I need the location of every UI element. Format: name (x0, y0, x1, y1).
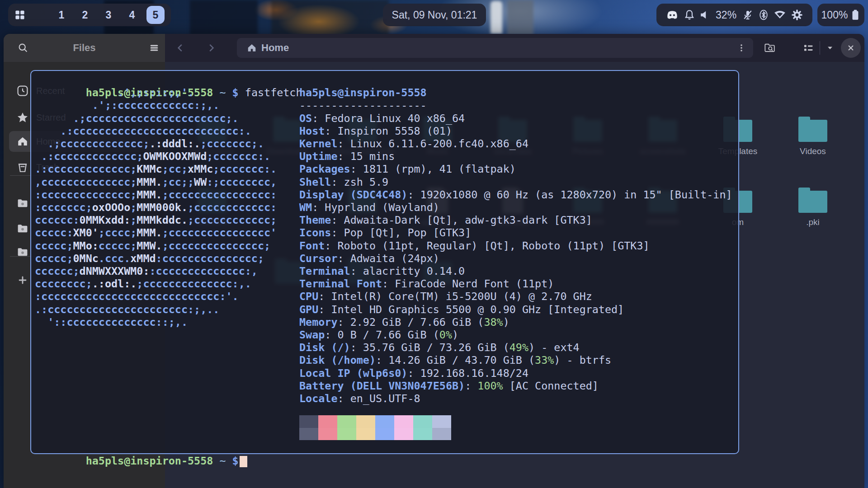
folder-item-Videos[interactable]: Videos (781, 117, 844, 156)
prompt-symbol: $ (232, 455, 239, 467)
fetch-line: Packages: 1811 (rpm), 41 (flatpak) (299, 163, 732, 175)
fetch-line: -------------------- (299, 99, 732, 112)
palette-swatch (356, 415, 375, 428)
palette-swatch (299, 428, 318, 441)
desktop: 12345 Sat, 09 Nov, 01:21 32% 100% (0, 0, 868, 488)
terminal-prompt-line-2: ha5pls@inspiron-5558 ~ $ (35, 442, 247, 480)
workspace-1[interactable]: 1 (52, 6, 71, 24)
notification-bell-icon[interactable] (684, 9, 695, 21)
palette-swatch (413, 415, 432, 428)
fetch-line: Disk (/): 35.76 GiB / 73.26 GiB (49%) - … (299, 341, 732, 354)
palette-swatch (299, 415, 318, 428)
fetch-line: Icons: Pop [Qt], Pop [GTK3] (299, 226, 732, 239)
bluetooth-icon[interactable] (758, 9, 769, 20)
path-location-label: Home (261, 42, 289, 54)
battery-icon (850, 9, 860, 21)
fetch-line: Kernel: Linux 6.11.6-200.fc40.x86_64 (299, 137, 732, 150)
workspaces: 12345 (52, 6, 165, 24)
home-icon (247, 43, 257, 53)
fetch-line: Theme: Adwaita-Dark [Qt], adw-gtk3-dark … (299, 214, 732, 226)
fetch-line: ha5pls@inspiron-5558 (299, 86, 732, 99)
fetch-line: WM: Hyprland (Wayland) (299, 201, 732, 214)
fetch-line: CPU: Intel(R) Core(TM) i5-5200U (4) @ 2.… (299, 290, 732, 303)
palette-swatch (413, 428, 432, 441)
topbar-tray-pill: 32% (656, 4, 812, 26)
palette-swatch (394, 428, 413, 441)
files-sidebar-header: Files (4, 34, 165, 62)
wallpaper-structure (271, 0, 389, 35)
fedora-ascii-logo: .',;::::;,'. .';:cccccccccccc:;,. .;cccc… (35, 86, 277, 328)
wallpaper-tower-silhouette (190, 0, 258, 35)
topbar-battery-pill[interactable]: 100% (817, 4, 864, 26)
workspace-4[interactable]: 4 (123, 6, 141, 24)
view-list-icon[interactable] (798, 34, 818, 62)
palette-swatch (318, 428, 337, 441)
view-toggle-divider (820, 41, 820, 55)
terminal-cursor (240, 456, 247, 467)
fetch-line: Host: Inspiron 5558 (01) (299, 125, 732, 137)
palette-swatch (337, 415, 356, 428)
prompt-path: ~ (219, 455, 226, 467)
view-dropdown-chevron-icon[interactable] (821, 34, 839, 62)
wallpaper-rocket (491, 1, 502, 34)
terminal-color-palette (299, 415, 451, 440)
palette-swatch (318, 415, 337, 428)
workspace-5[interactable]: 5 (146, 6, 165, 24)
discord-icon[interactable] (666, 9, 679, 21)
fetch-line: Disk (/home): 14.26 GiB / 43.70 GiB (33%… (299, 354, 732, 366)
clock-label: Sat, 09 Nov, 01:21 (392, 9, 477, 21)
file-item-label: Videos (800, 146, 826, 156)
palette-swatch (432, 428, 451, 441)
prompt-user-host: ha5pls@inspiron-5558 (86, 455, 213, 467)
topbar-workspaces-pill: 12345 (8, 4, 171, 26)
volume-icon[interactable] (700, 10, 710, 20)
nav-back-icon[interactable] (170, 34, 191, 62)
fetch-line: Uptime: 15 mins (299, 150, 732, 163)
fetch-line: Memory: 2.92 GiB / 7.66 GiB (38%) (299, 316, 732, 328)
wifi-icon[interactable] (774, 9, 786, 21)
fetch-line: Terminal Font: FiraCode Nerd Font (11pt) (299, 277, 732, 290)
kebab-menu-icon[interactable] (737, 43, 746, 52)
palette-swatch (432, 415, 451, 428)
file-item-label: .pki (806, 217, 820, 227)
workspace-3[interactable]: 3 (99, 6, 118, 24)
folder-icon (798, 188, 827, 213)
palette-swatch (337, 428, 356, 441)
palette-swatch (356, 428, 375, 441)
terminal-window[interactable]: ha5pls@inspiron-5558 ~ $ fastfetch .',;:… (30, 70, 739, 454)
wallpaper-launch-tower (507, 0, 533, 35)
fetch-line: Display (SDC4C48): 868x488 @ 60 Hz (as… (299, 188, 732, 201)
palette-swatch (394, 415, 413, 428)
fetch-line: Local IP (wlp6s0): 192.168.16.148/24 (299, 367, 732, 380)
topbar-clock-pill[interactable]: Sat, 09 Nov, 01:21 (383, 4, 486, 26)
fetch-line: Font: Roboto (11pt, Regular) [Qt], Robot… (299, 239, 732, 252)
nav-forward-icon[interactable] (201, 34, 222, 62)
fetch-line: GPU: Intel HD Graphics 5500 @ 0.90 GHz [… (299, 303, 732, 316)
fetch-line: Locale: en_US.UTF-8 (299, 392, 732, 405)
settings-gear-icon[interactable] (791, 9, 803, 21)
fetch-line: Shell: zsh 5.9 (299, 176, 732, 188)
fetch-line: OS: Fedora Linux 40 x86_64 (299, 112, 732, 125)
fetch-line: Cursor: Adwaita (24px) (299, 252, 732, 265)
fastfetch-info: ha5pls@inspiron-5558--------------------… (299, 86, 732, 405)
fetch-line: Terminal: alacritty 0.14.0 (299, 265, 732, 277)
window-close-button[interactable] (841, 38, 861, 58)
volume-label: 32% (716, 9, 736, 21)
palette-swatch (375, 428, 394, 441)
folder-icon (798, 117, 827, 142)
fetch-line: Battery (DELL VN3N047E56B): 100% [AC Con… (299, 380, 732, 392)
files-window-title: Files (4, 42, 165, 54)
fetch-line: Swap: 0 B / 7.66 GiB (0%) (299, 328, 732, 341)
workspace-2[interactable]: 2 (76, 6, 94, 24)
microphone-muted-icon[interactable] (742, 9, 753, 20)
battery-label: 100% (821, 9, 848, 21)
hamburger-menu-icon[interactable] (144, 34, 165, 62)
path-bar[interactable]: Home (237, 38, 753, 58)
folder-item-.pki[interactable]: .pki (781, 188, 844, 227)
palette-swatch (375, 415, 394, 428)
search-folder-icon[interactable] (760, 34, 780, 62)
app-launcher-icon[interactable] (14, 9, 25, 20)
